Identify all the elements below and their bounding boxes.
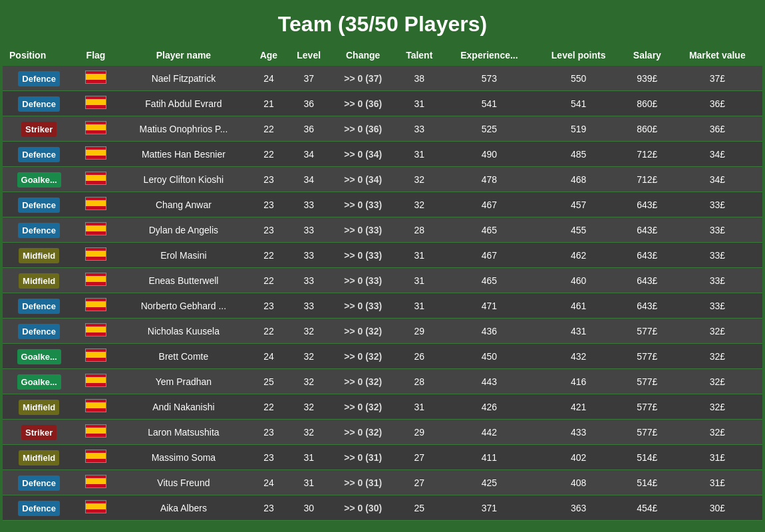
player-name-cell: Nael Fitzpatrick xyxy=(116,66,251,91)
marketvalue-cell: 34£ xyxy=(673,142,762,167)
levelpoints-cell: 457 xyxy=(535,192,622,217)
level-cell: 33 xyxy=(287,243,331,268)
player-name-cell: Eneas Butterwell xyxy=(116,268,251,293)
salary-cell: 577£ xyxy=(622,319,673,344)
age-cell: 23 xyxy=(251,445,287,470)
experience-cell: 471 xyxy=(444,293,535,319)
flag-cell xyxy=(75,66,116,91)
flag-cell xyxy=(75,243,116,268)
talent-cell: 28 xyxy=(395,369,444,394)
flag-spain xyxy=(85,500,106,513)
table-row: Midfield Andi Nakanishi 22 32 >> 0 (32) … xyxy=(3,394,762,420)
marketvalue-cell: 31£ xyxy=(673,445,762,470)
page-title: Team (35/50 Players) xyxy=(0,0,765,45)
position-cell: Defence xyxy=(3,470,75,495)
experience-cell: 467 xyxy=(444,243,535,268)
flag-cell xyxy=(75,217,116,243)
levelpoints-cell: 432 xyxy=(535,344,622,369)
experience-cell: 467 xyxy=(444,192,535,217)
position-cell: Goalke... xyxy=(3,369,75,394)
talent-cell: 31 xyxy=(395,243,444,268)
marketvalue-cell: 33£ xyxy=(673,268,762,293)
marketvalue-cell: 30£ xyxy=(673,495,762,521)
table-row: Goalke... Brett Comte 24 32 >> 0 (32) 26… xyxy=(3,344,762,369)
player-name-cell: Erol Masini xyxy=(116,243,251,268)
experience-cell: 465 xyxy=(444,268,535,293)
talent-cell: 25 xyxy=(395,495,444,521)
change-cell: >> 0 (33) xyxy=(331,192,395,217)
change-cell: >> 0 (32) xyxy=(331,344,395,369)
level-cell: 33 xyxy=(287,268,331,293)
position-cell: Defence xyxy=(3,192,75,217)
position-badge: Defence xyxy=(18,96,60,112)
col-header-salary: Salary xyxy=(622,45,673,66)
level-cell: 36 xyxy=(287,91,331,116)
experience-cell: 436 xyxy=(444,319,535,344)
position-badge: Defence xyxy=(18,475,60,491)
salary-cell: 860£ xyxy=(622,116,673,142)
col-header-talent: Talent xyxy=(395,45,444,66)
salary-cell: 939£ xyxy=(622,66,673,91)
salary-cell: 643£ xyxy=(622,217,673,243)
player-name-cell: Dylan de Angelis xyxy=(116,217,251,243)
level-cell: 36 xyxy=(287,116,331,142)
table-row: Defence Aika Albers 23 30 >> 0 (30) 25 3… xyxy=(3,495,762,521)
player-name-cell: Matius Onophrios P... xyxy=(116,116,251,142)
position-badge: Defence xyxy=(18,324,60,339)
change-cell: >> 0 (30) xyxy=(331,495,395,521)
age-cell: 21 xyxy=(251,91,287,116)
age-cell: 22 xyxy=(251,319,287,344)
player-name-cell: Andi Nakanishi xyxy=(116,394,251,420)
position-cell: Goalke... xyxy=(3,344,75,369)
age-cell: 24 xyxy=(251,470,287,495)
salary-cell: 577£ xyxy=(622,344,673,369)
table-row: Defence Chang Anwar 23 33 >> 0 (33) 32 4… xyxy=(3,192,762,217)
position-badge: Defence xyxy=(18,223,60,238)
col-header-level: Level xyxy=(287,45,331,66)
flag-spain xyxy=(85,323,106,336)
age-cell: 23 xyxy=(251,217,287,243)
experience-cell: 450 xyxy=(444,344,535,369)
flag-spain xyxy=(85,96,106,109)
levelpoints-cell: 455 xyxy=(535,217,622,243)
col-header-levelpoints: Level points xyxy=(535,45,622,66)
flag-cell xyxy=(75,192,116,217)
marketvalue-cell: 36£ xyxy=(673,116,762,142)
flag-spain xyxy=(85,374,106,387)
flag-spain xyxy=(85,70,106,84)
flag-spain xyxy=(85,298,106,311)
position-cell: Defence xyxy=(3,91,75,116)
col-header-change: Change xyxy=(331,45,395,66)
player-name-cell: Nicholas Kuusela xyxy=(116,319,251,344)
table-row: Midfield Massimo Soma 23 31 >> 0 (31) 27… xyxy=(3,445,762,470)
talent-cell: 38 xyxy=(395,66,444,91)
experience-cell: 490 xyxy=(444,142,535,167)
position-badge: Defence xyxy=(18,501,60,516)
salary-cell: 643£ xyxy=(622,243,673,268)
salary-cell: 514£ xyxy=(622,470,673,495)
position-badge: Goalke... xyxy=(17,172,61,188)
flag-cell xyxy=(75,420,116,445)
position-cell: Defence xyxy=(3,217,75,243)
flag-spain xyxy=(85,172,106,185)
levelpoints-cell: 519 xyxy=(535,116,622,142)
talent-cell: 29 xyxy=(395,319,444,344)
player-name-cell: Chang Anwar xyxy=(116,192,251,217)
col-header-flag: Flag xyxy=(75,45,116,66)
age-cell: 23 xyxy=(251,495,287,521)
flag-cell xyxy=(75,369,116,394)
flag-spain xyxy=(85,450,106,463)
age-cell: 22 xyxy=(251,142,287,167)
talent-cell: 31 xyxy=(395,142,444,167)
marketvalue-cell: 32£ xyxy=(673,420,762,445)
levelpoints-cell: 402 xyxy=(535,445,622,470)
table-row: Goalke... Yem Pradhan 25 32 >> 0 (32) 28… xyxy=(3,369,762,394)
table-row: Defence Fatih Abdul Evrard 21 36 >> 0 (3… xyxy=(3,91,762,116)
flag-cell xyxy=(75,495,116,521)
position-cell: Striker xyxy=(3,420,75,445)
flag-spain xyxy=(85,399,106,412)
salary-cell: 643£ xyxy=(622,268,673,293)
player-name-cell: Leroy Clifton Kioshi xyxy=(116,167,251,192)
flag-spain xyxy=(85,475,106,488)
table-row: Defence Norberto Gebhard ... 23 33 >> 0 … xyxy=(3,293,762,319)
